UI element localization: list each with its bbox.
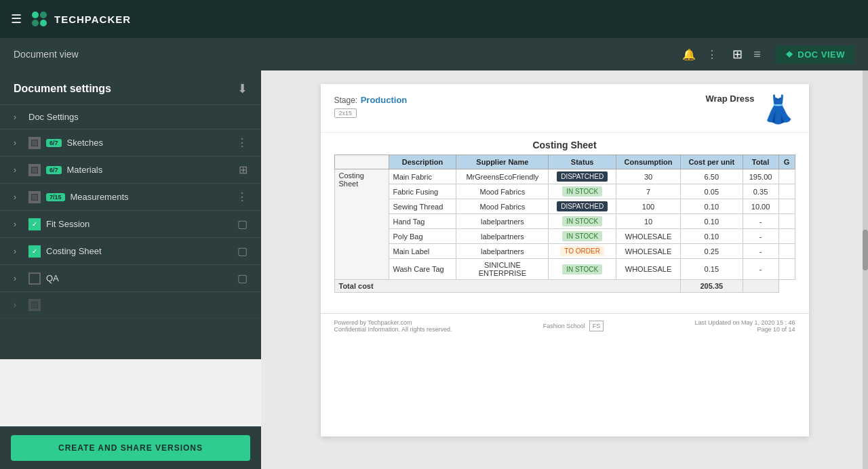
cell-supplier: SINICLINEENTERPRISE: [456, 259, 549, 280]
cell-consumption: 10: [616, 214, 681, 229]
sidebar-item-label: Materials: [67, 165, 233, 175]
cell-g: [778, 229, 795, 244]
sidebar-item-label: QA: [46, 273, 232, 283]
sketches-badge: 6/7: [46, 139, 62, 147]
cell-consumption: 30: [616, 169, 681, 184]
layers-icon: ❖: [785, 49, 794, 60]
scrollbar-track[interactable]: [863, 70, 868, 469]
sidebar-item-measurements[interactable]: › 7/15 Measurements ⋮: [0, 184, 261, 211]
more-icon[interactable]: ⋮: [237, 136, 248, 149]
cell-total: -: [743, 259, 778, 280]
stage-label: Stage:: [334, 96, 358, 105]
chevron-right-icon: ›: [14, 220, 23, 229]
doc-view-button[interactable]: ❖ DOC VIEW: [776, 45, 854, 64]
product-name: Wrap Dress: [705, 94, 754, 104]
expand-icon[interactable]: ▢: [237, 272, 248, 285]
total-g: [743, 280, 778, 293]
cell-supplier: labelpartners: [456, 214, 549, 229]
costing-sheet-checkbox: ✓: [28, 245, 41, 258]
document-page: Stage: Production 2x15 Wrap Dress 👗 Cost…: [321, 84, 809, 436]
col-header-total: Total: [743, 155, 778, 169]
table-row: Wash Care Tag SINICLINEENTERPRISE IN STO…: [334, 259, 795, 280]
sidebar-item-label: Sketches: [67, 138, 231, 148]
top-nav: ☰ TECHPACKER: [0, 0, 868, 38]
sidebar: Document settings ⬇ › Doc Settings ›: [0, 70, 261, 359]
rights-text: Confidential Information. All rights res…: [334, 326, 452, 333]
logo: TECHPACKER: [30, 9, 131, 28]
checkbox-unchecked-icon: [30, 192, 39, 202]
sidebar-item-qa[interactable]: › QA ▢: [0, 265, 261, 292]
cell-total: 195.00: [743, 169, 778, 184]
expand-icon[interactable]: ▢: [237, 245, 248, 258]
cell-cost: 0.10: [681, 199, 743, 214]
download-icon[interactable]: ⬇: [237, 81, 248, 96]
cell-total: -: [743, 244, 778, 259]
checkbox-unchecked-icon: [30, 138, 39, 148]
cell-total: -: [743, 229, 778, 244]
sketches-checkbox: [28, 137, 41, 149]
doc-page-header: Stage: Production 2x15 Wrap Dress 👗: [321, 84, 809, 133]
cell-cost: 6.50: [681, 169, 743, 184]
sidebar-item-label: Costing Sheet: [46, 246, 232, 256]
stage-badge: 2x15: [334, 108, 357, 118]
cell-supplier: Mood Fabrics: [456, 199, 549, 214]
create-share-button[interactable]: CREATE AND SHARE VERSIONS: [11, 435, 250, 461]
cell-consumption: 7: [616, 184, 681, 199]
hamburger-icon[interactable]: ☰: [11, 12, 22, 26]
sidebar-footer: CREATE AND SHARE VERSIONS: [0, 426, 261, 469]
chevron-right-icon: ›: [14, 247, 23, 256]
app-title: TECHPACKER: [54, 14, 131, 25]
cell-status: DISPATCHED: [549, 169, 616, 184]
sidebar-item-materials[interactable]: › 6/7 Materials ⊞: [0, 157, 261, 184]
school-name: Fashion School: [543, 323, 585, 329]
table-row: Costing Sheet Main Fabric MrGreensEcoFri…: [334, 169, 795, 184]
col-header-cost: Cost per unit: [681, 155, 743, 169]
more-options-icon[interactable]: ⋮: [707, 48, 717, 61]
subheader: Document view 🔔 ⋮ ⊞ ≡ ❖ DOC VIEW: [0, 38, 868, 70]
expand-icon[interactable]: ▢: [237, 218, 248, 230]
scrollbar-thumb[interactable]: [863, 230, 868, 270]
chevron-right-icon: ›: [14, 113, 23, 122]
cell-total: -: [743, 214, 778, 229]
grid-view-button[interactable]: ⊞: [728, 44, 747, 64]
col-header-spacer: [334, 155, 389, 169]
footer-left: Powered by Techpacker.com Confidential I…: [334, 319, 452, 333]
cell-supplier: Mood Fabrics: [456, 184, 549, 199]
table-row: Sewing Thread Mood Fabrics DISPATCHED 10…: [334, 199, 795, 214]
last-updated: Last Updated on May 1, 2020 15 : 46: [694, 319, 795, 326]
costing-table: Description Supplier Name Status Consump…: [334, 155, 795, 293]
cell-description: Fabric Fusing: [389, 184, 456, 199]
list-view-button[interactable]: ≡: [749, 44, 765, 64]
sidebar-wrapper: Document settings ⬇ › Doc Settings ›: [0, 70, 261, 469]
sidebar-item-label: Doc Settings: [28, 112, 248, 122]
sidebar-item-fit-session[interactable]: › ✓ Fit Session ▢: [0, 211, 261, 238]
sidebar-item-partial[interactable]: ›: [0, 292, 261, 319]
view-toggle: ⊞ ≡: [728, 44, 765, 64]
sidebar-item-costing-sheet[interactable]: › ✓ Costing Sheet ▢: [0, 238, 261, 265]
cell-g: [778, 244, 795, 259]
checkbox-unchecked-icon: [30, 165, 39, 175]
svg-rect-9: [32, 195, 37, 200]
cell-consumption: 100: [616, 199, 681, 214]
powered-by: Powered by Techpacker.com: [334, 319, 452, 326]
svg-point-1: [40, 12, 47, 18]
cell-cost: 0.05: [681, 184, 743, 199]
cell-cost: 0.10: [681, 229, 743, 244]
total-value: 205.35: [681, 280, 743, 293]
cell-g: [778, 169, 795, 184]
notification-icon[interactable]: 🔔: [682, 48, 696, 61]
cell-consumption: WHOLESALE: [616, 244, 681, 259]
cell-description: Main Label: [389, 244, 456, 259]
cell-supplier: labelpartners: [456, 244, 549, 259]
cell-g: [778, 184, 795, 199]
dress-icon: 👗: [762, 94, 795, 125]
cell-g: [778, 259, 795, 280]
sidebar-item-doc-settings[interactable]: › Doc Settings: [0, 105, 261, 129]
cell-g: [778, 214, 795, 229]
cell-consumption: WHOLESALE: [616, 259, 681, 280]
table-row: Poly Bag labelpartners IN STOCK WHOLESAL…: [334, 229, 795, 244]
more-icon[interactable]: ⋮: [237, 190, 248, 203]
grid-icon[interactable]: ⊞: [239, 163, 248, 176]
total-row: Total cost 205.35: [334, 280, 795, 293]
sidebar-item-sketches[interactable]: › 6/7 Sketches ⋮: [0, 129, 261, 157]
